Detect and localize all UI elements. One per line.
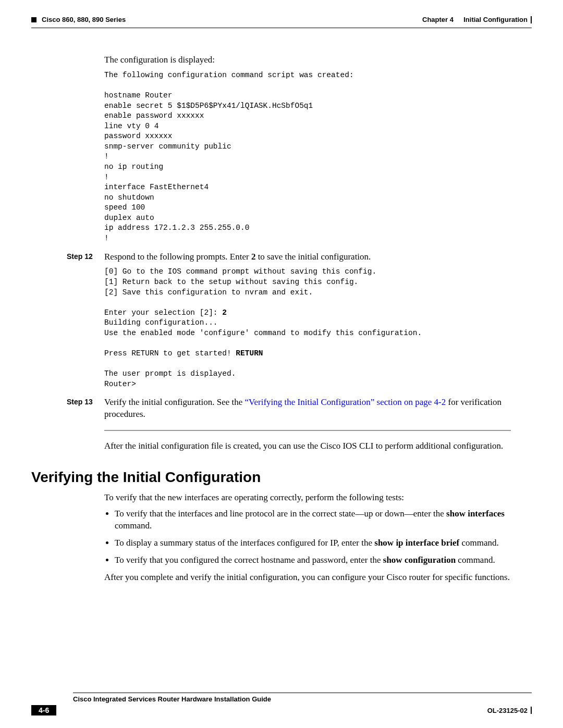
b3-c: command. (456, 555, 495, 565)
page: Cisco 860, 880, 890 Series Chapter 4 Ini… (0, 0, 563, 728)
code-block-prompts: [0] Go to the IOS command prompt without… (104, 267, 511, 389)
b1-bold: show interfaces (446, 509, 505, 519)
header-chapter: Chapter 4 (422, 16, 454, 23)
b2-a: To display a summary status of the inter… (115, 538, 374, 548)
footer-doc-id: OL-23125-02 (487, 707, 532, 714)
footer-bar: 4-6 OL-23125-02 (31, 705, 532, 715)
step-13-label: Step 13 (67, 397, 97, 421)
b2-bold: show ip interface brief (374, 538, 459, 548)
list-item: To verify that you configured the correc… (115, 554, 511, 566)
marker-square-icon (31, 17, 36, 22)
header-left: Cisco 860, 880, 890 Series (31, 16, 126, 23)
step12-text-after: to save the initial configuration. (255, 252, 371, 262)
bullet-list: To verify that the interfaces and line p… (115, 508, 511, 566)
b2-c: command. (459, 538, 499, 548)
verify-intro: To verify that the new interfaces are op… (104, 492, 511, 504)
code2-bold1: 2 (222, 309, 227, 317)
section-divider (104, 430, 511, 431)
content-area: The configuration is displayed: The foll… (104, 54, 511, 584)
after-hr-paragraph: After the initial configuration file is … (104, 440, 511, 452)
step13-text-before: Verify the initial configuration. See th… (104, 397, 245, 407)
step-12-body: Respond to the following prompts. Enter … (104, 251, 511, 263)
header-right: Chapter 4 Initial Configuration (422, 16, 532, 23)
code-block-config-script: The following configuration command scri… (104, 70, 511, 244)
step12-text-before: Respond to the following prompts. Enter (104, 252, 251, 262)
page-footer: Cisco Integrated Services Router Hardwar… (31, 693, 532, 715)
b1-c: command. (115, 521, 152, 530)
vertical-bar-icon (531, 16, 532, 23)
b3-bold: show configuration (383, 555, 456, 565)
list-item: To display a summary status of the inter… (115, 537, 511, 549)
code2-part3: The user prompt is displayed. Router> (104, 369, 236, 388)
footer-rule (73, 693, 532, 693)
code2-part1: [0] Go to the IOS command prompt without… (104, 267, 376, 316)
section-heading: Verifying the Initial Configuration (31, 469, 511, 486)
vertical-bar-icon (531, 707, 532, 714)
b1-a: To verify that the interfaces and line p… (115, 509, 446, 519)
doc-id-text: OL-23125-02 (487, 707, 528, 714)
step-13-row: Step 13 Verify the initial configuration… (104, 397, 511, 421)
closing-paragraph: After you complete and verify the initia… (104, 572, 511, 584)
verify-config-link[interactable]: “Verifying the Initial Configuration” se… (245, 397, 446, 407)
step-12-label: Step 12 (67, 251, 97, 263)
page-number: 4-6 (31, 705, 56, 715)
b3-a: To verify that you configured the correc… (115, 555, 383, 565)
intro-paragraph: The configuration is displayed: (104, 54, 511, 66)
page-header: Cisco 860, 880, 890 Series Chapter 4 Ini… (31, 16, 532, 23)
header-rule (31, 28, 532, 28)
step-12-row: Step 12 Respond to the following prompts… (104, 251, 511, 263)
step-13-body: Verify the initial configuration. See th… (104, 397, 511, 421)
footer-title: Cisco Integrated Services Router Hardwar… (73, 695, 532, 703)
code2-bold2: RETURN (236, 349, 263, 357)
header-left-text: Cisco 860, 880, 890 Series (42, 16, 126, 23)
list-item: To verify that the interfaces and line p… (115, 508, 511, 532)
header-title: Initial Configuration (463, 16, 528, 23)
